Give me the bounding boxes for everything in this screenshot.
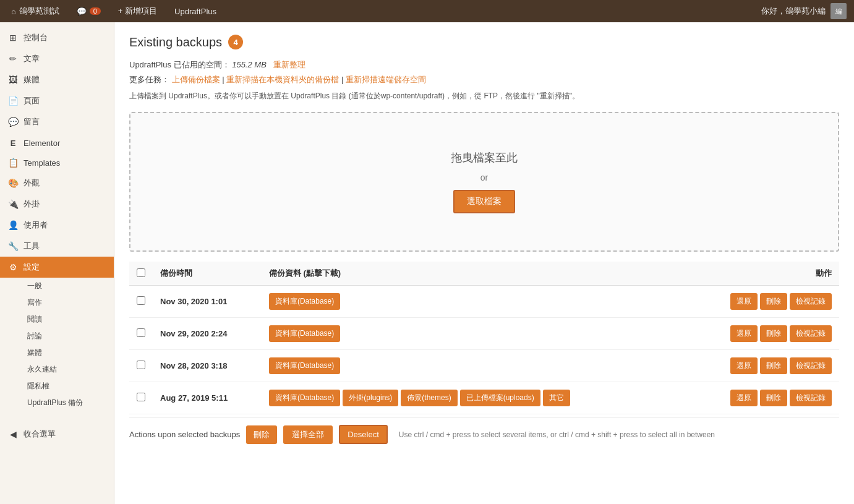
backup-data: 資料庫(Database) — [262, 318, 682, 350]
rescan-local-link[interactable]: 重新掃描在本機資料夾的備份檔 — [226, 75, 339, 84]
upload-link[interactable]: 上傳備份檔案 — [172, 75, 220, 84]
collapse-menu[interactable]: ◀ 收合選單 — [0, 424, 114, 445]
delete-button[interactable]: 刪除 — [760, 293, 787, 310]
backup-actions: 還原刪除檢視記錄 — [682, 382, 839, 414]
collapse-label: 收合選單 — [23, 429, 56, 440]
reorganize-link[interactable]: 重新整理 — [273, 60, 305, 69]
adminbar-new-item[interactable]: + 新增項目 — [114, 0, 161, 22]
comment-icon: 💬 — [77, 7, 87, 16]
media-icon: 🖼 — [7, 75, 19, 85]
row-checkbox[interactable] — [137, 328, 145, 337]
submenu-label-general: 一般 — [27, 281, 42, 291]
sidebar-item-users[interactable]: 👤 使用者 — [0, 215, 114, 236]
drop-zone[interactable]: 拖曳檔案至此 or 選取檔案 — [129, 112, 839, 252]
backup-data-button[interactable]: 資料庫(Database) — [269, 357, 340, 374]
backup-data-button[interactable]: 資料庫(Database) — [269, 325, 340, 342]
sidebar-label-media: 媒體 — [23, 74, 40, 85]
delete-selected-button[interactable]: 刪除 — [246, 425, 277, 444]
submenu-media[interactable]: 媒體 — [22, 344, 114, 361]
col-data: 備份資料 (點擊下載) — [262, 262, 682, 286]
backup-data-button[interactable]: 佈景(themes) — [401, 390, 457, 406]
sidebar-item-templates[interactable]: 📋 Templates — [0, 153, 114, 173]
submenu-general[interactable]: 一般 — [22, 278, 114, 294]
backup-data-button[interactable]: 已上傳檔案(uploads) — [460, 390, 540, 406]
drop-zone-text: 拖曳檔案至此 — [451, 150, 518, 165]
submenu-discussion[interactable]: 討論 — [22, 328, 114, 344]
delete-button[interactable]: 刪除 — [760, 390, 787, 406]
sidebar-label-elementor: Elementor — [23, 139, 60, 148]
page-title: Existing backups — [129, 35, 222, 49]
table-row: Aug 27, 2019 5:11資料庫(Database)外掛(plugins… — [129, 382, 839, 414]
submenu-label-privacy: 隱私權 — [27, 381, 49, 391]
submenu-privacy[interactable]: 隱私權 — [22, 378, 114, 395]
sidebar-item-appearance[interactable]: 🎨 外觀 — [0, 173, 114, 194]
bottom-help-text: Use ctrl / cmd + press to select several… — [399, 430, 715, 439]
sidebar-label-plugins: 外掛 — [23, 199, 40, 210]
sidebar-item-settings[interactable]: ⚙ 設定 — [0, 257, 114, 278]
col-actions: 動作 — [682, 262, 839, 286]
pages-icon: 📄 — [7, 96, 19, 106]
submenu-reading[interactable]: 閱讀 — [22, 311, 114, 328]
posts-icon: ✏ — [7, 54, 19, 64]
sidebar-item-elementor[interactable]: E Elementor — [0, 134, 114, 153]
restore-button[interactable]: 還原 — [730, 357, 758, 374]
sidebar-label-pages: 頁面 — [23, 95, 40, 106]
rescan-remote-link[interactable]: 重新掃描遠端儲存空間 — [346, 75, 426, 84]
adminbar-home[interactable]: ⌂ 鴿學苑測試 — [7, 0, 63, 22]
view-log-button[interactable]: 檢視記錄 — [790, 293, 832, 310]
backup-data: 資料庫(Database)外掛(plugins)佈景(themes)已上傳檔案(… — [262, 382, 682, 414]
backup-data-button[interactable]: 資料庫(Database) — [269, 390, 340, 406]
delete-button[interactable]: 刪除 — [760, 325, 787, 342]
storage-value: 155.2 MB — [232, 60, 267, 69]
adminbar-plugin[interactable]: UpdraftPlus — [171, 0, 220, 22]
restore-button[interactable]: 還原 — [730, 390, 758, 406]
submenu-updraftplus[interactable]: UpdraftPlus 備份 — [22, 395, 114, 411]
submenu-writing[interactable]: 寫作 — [22, 294, 114, 311]
submenu-label-writing: 寫作 — [27, 297, 42, 308]
sidebar-item-comments[interactable]: 💬 留言 — [0, 111, 114, 132]
storage-label: UpdraftPlus 已佔用的空間： — [129, 60, 230, 69]
row-checkbox[interactable] — [137, 393, 145, 401]
sidebar-label-appearance: 外觀 — [23, 177, 40, 189]
site-name: 鴿學苑測試 — [19, 6, 59, 17]
submenu-label-reading: 閱讀 — [27, 314, 42, 325]
backup-data: 資料庫(Database) — [262, 350, 682, 382]
submenu-permalinks[interactable]: 永久連結 — [22, 361, 114, 378]
bottom-label: Actions upon selected backups — [129, 430, 240, 439]
backup-actions: 還原刪除檢視記錄 — [682, 318, 839, 350]
select-all-checkbox[interactable] — [137, 268, 145, 277]
more-tasks-label: 更多任務： — [129, 75, 169, 84]
sidebar-item-plugins[interactable]: 🔌 外掛 — [0, 194, 114, 215]
restore-button[interactable]: 還原 — [730, 325, 758, 342]
row-checkbox[interactable] — [137, 296, 145, 305]
table-row: Nov 29, 2020 2:24資料庫(Database)還原刪除檢視記錄 — [129, 318, 839, 350]
sidebar-item-posts[interactable]: ✏ 文章 — [0, 48, 114, 69]
sidebar-item-media[interactable]: 🖼 媒體 — [0, 69, 114, 90]
sidebar-item-tools[interactable]: 🔧 工具 — [0, 236, 114, 257]
sidebar: ⊞ 控制台 ✏ 文章 🖼 媒體 📄 頁面 💬 留言 E Elementor 📋 — [0, 22, 114, 504]
row-checkbox[interactable] — [137, 361, 145, 369]
sidebar-label-settings: 設定 — [23, 262, 40, 273]
sidebar-label-posts: 文章 — [23, 53, 40, 64]
select-file-button[interactable]: 選取檔案 — [453, 190, 515, 213]
new-item-label: + 新增項目 — [118, 6, 157, 17]
backup-data-button[interactable]: 其它 — [543, 390, 570, 406]
backup-data-button[interactable]: 外掛(plugins) — [343, 390, 398, 406]
adminbar-comments[interactable]: 💬 0 — [73, 0, 105, 22]
greeting-text: 你好，鴿學苑小編 — [761, 6, 826, 17]
submenu-label-media: 媒體 — [27, 348, 42, 358]
select-all-button[interactable]: 選擇全部 — [283, 425, 333, 444]
view-log-button[interactable]: 檢視記錄 — [790, 325, 832, 342]
separator2: | — [341, 75, 346, 84]
view-log-button[interactable]: 檢視記錄 — [790, 357, 832, 374]
backup-table: 備份時間 備份資料 (點擊下載) 動作 Nov 30, 2020 1:01資料庫… — [129, 262, 839, 414]
settings-submenu: 一般 寫作 閱讀 討論 媒體 永久連結 隱私權 UpdraftPlus 備份 — [0, 278, 114, 411]
sidebar-label-tools: 工具 — [23, 241, 40, 252]
delete-button[interactable]: 刪除 — [760, 357, 787, 374]
sidebar-item-pages[interactable]: 📄 頁面 — [0, 90, 114, 111]
restore-button[interactable]: 還原 — [730, 293, 758, 310]
backup-data-button[interactable]: 資料庫(Database) — [269, 293, 340, 310]
deselect-button[interactable]: Deselect — [339, 425, 388, 444]
view-log-button[interactable]: 檢視記錄 — [790, 390, 832, 406]
sidebar-item-dashboard[interactable]: ⊞ 控制台 — [0, 27, 114, 48]
